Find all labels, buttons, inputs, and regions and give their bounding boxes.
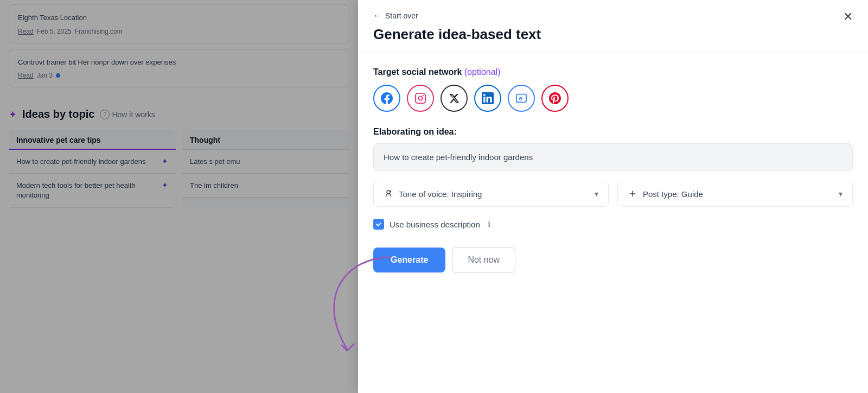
use-business-desc-label: Use business description	[390, 220, 480, 229]
svg-text:G: G	[519, 97, 522, 102]
action-buttons: Generate Not now	[373, 247, 853, 273]
tone-of-voice-dropdown[interactable]: Tone of voice: Inspiring ▾	[373, 181, 609, 207]
post-type-chevron-icon: ▾	[839, 189, 843, 198]
svg-rect-0	[416, 93, 425, 103]
post-type-icon	[628, 189, 637, 199]
info-icon: ℹ	[488, 220, 490, 229]
svg-point-2	[423, 95, 424, 96]
idea-input[interactable]	[373, 143, 853, 171]
post-type-label: Post type: Guide	[643, 189, 703, 199]
target-network-text: Target social network	[373, 67, 462, 77]
facebook-icon	[381, 92, 393, 104]
elaborating-label: Elaborating on idea:	[373, 127, 853, 137]
start-over-nav[interactable]: ← Start over	[373, 11, 853, 21]
tone-of-voice-label: Tone of voice: Inspiring	[399, 189, 482, 199]
facebook-button[interactable]	[373, 85, 400, 112]
svg-point-7	[387, 191, 390, 194]
instagram-icon	[414, 92, 426, 104]
post-type-dropdown[interactable]: Post type: Guide ▾	[617, 181, 853, 207]
generate-button[interactable]: Generate	[373, 248, 445, 272]
instagram-button[interactable]	[407, 85, 434, 112]
modal-header: ← Start over Generate idea-based text ✕	[358, 0, 868, 52]
optional-label: (optional)	[464, 67, 501, 77]
pinterest-button[interactable]	[541, 85, 569, 112]
modal-body: Target social network (optional)	[358, 52, 868, 393]
tone-dropdown-left: Tone of voice: Inspiring	[384, 189, 482, 199]
pinterest-icon	[549, 92, 561, 104]
checkmark-icon	[375, 221, 382, 227]
linkedin-button[interactable]	[474, 85, 501, 112]
back-arrow-icon: ←	[373, 11, 382, 21]
tone-chevron-icon: ▾	[595, 189, 598, 198]
target-network-label: Target social network (optional)	[373, 67, 853, 77]
use-business-desc-checkbox[interactable]	[373, 219, 384, 230]
bg-overlay	[0, 0, 358, 393]
modal-panel: ← Start over Generate idea-based text ✕ …	[358, 0, 868, 393]
post-type-dropdown-left: Post type: Guide	[628, 189, 703, 199]
dropdowns-row: Tone of voice: Inspiring ▾ Post type: Gu…	[373, 181, 853, 207]
gmb-icon: G	[515, 92, 527, 104]
gmb-button[interactable]: G	[508, 85, 535, 112]
tone-icon	[384, 189, 393, 199]
modal-title: Generate idea-based text	[373, 26, 853, 43]
close-button[interactable]: ✕	[843, 11, 853, 23]
twitter-x-icon	[449, 93, 459, 104]
start-over-label: Start over	[385, 11, 418, 20]
social-icons-row: G	[373, 85, 853, 112]
twitter-x-button[interactable]	[441, 85, 468, 112]
checkbox-row: Use business description ℹ	[373, 219, 853, 230]
svg-point-1	[418, 96, 422, 100]
not-now-button[interactable]: Not now	[452, 247, 515, 273]
linkedin-icon	[482, 92, 494, 104]
